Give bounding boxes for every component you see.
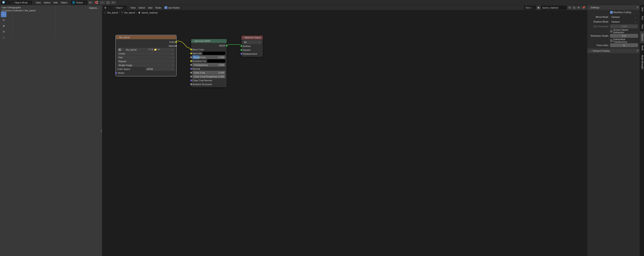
tab-item[interactable]: Item (640, 5, 644, 14)
socket-icon[interactable] (115, 72, 117, 74)
backface-culling-toggle[interactable]: Backface Culling (610, 11, 638, 14)
cube-icon: 🧊 (2, 1, 5, 4)
socket-out-color: Color (169, 41, 175, 43)
node-menu-select[interactable]: Select (137, 6, 146, 9)
blend-mode-dropdown[interactable]: Opaque (610, 15, 638, 19)
shader-type-dropdown[interactable]: ⬚Object (112, 6, 127, 10)
sss-toggle[interactable]: Subsurface Translucency (610, 38, 638, 43)
menu-object[interactable]: Object (59, 1, 69, 4)
menu-add[interactable]: Add (52, 1, 59, 4)
grip-icon[interactable]: ⠿ (637, 49, 638, 52)
scale-tool[interactable]: ⤢ (1, 35, 6, 40)
transparency-slider[interactable]: Transparency0.000 (192, 63, 226, 67)
socket-icon[interactable] (190, 60, 192, 62)
use-nodes-toggle[interactable]: Use Nodes (164, 6, 180, 9)
unlink-material[interactable]: ✕ (576, 6, 581, 10)
socket-icon[interactable] (190, 80, 192, 81)
tab-node[interactable]: Node (640, 43, 644, 53)
clearcoat-slider[interactable]: Clear Coat0.000 (192, 71, 226, 74)
fake-user-icon[interactable]: 🛡 (148, 48, 151, 51)
mode-dropdown[interactable]: ⬚Object Mode (10, 1, 32, 4)
refraction-depth-field[interactable]: 0 m (610, 34, 638, 38)
ssr-toggle[interactable]: Screen Space Refraction (610, 28, 638, 34)
tab-view[interactable]: View (640, 22, 644, 31)
socket-icon[interactable] (190, 49, 192, 50)
socket-icon[interactable] (226, 45, 228, 46)
proportional-dropdown[interactable]: ∿⌄ (111, 1, 116, 4)
tab-tool[interactable]: Tool (640, 14, 644, 22)
material-browse[interactable]: ◉ (536, 6, 541, 10)
orientation-dropdown[interactable]: 🌐Global (71, 1, 88, 4)
unlink-icon[interactable]: ✕ (158, 48, 160, 51)
tab-node-wrangler[interactable]: Node Wrangler (640, 53, 644, 72)
image-texture-node[interactable]: the_barrel Color Alpha 🖼 the_barrel🛡⎘📁✕ … (116, 35, 176, 76)
material-output-node[interactable]: Material Output All Surface Volume Displ… (241, 35, 263, 57)
node-editor-type[interactable]: ◍ (103, 6, 111, 10)
socket-icon[interactable] (190, 72, 192, 74)
output-target-dropdown[interactable]: All (243, 40, 262, 44)
socket-icon[interactable] (175, 45, 177, 47)
socket-surface: Surface (243, 45, 251, 47)
slot-dropdown[interactable]: Slot 1 (524, 6, 536, 10)
node-menu-add[interactable]: Add (147, 6, 154, 9)
pivot-dropdown[interactable]: ⊙⌄ (88, 1, 94, 4)
grip-icon[interactable]: ⠿ (637, 6, 638, 9)
tab-options[interactable]: Options (640, 31, 644, 43)
socket-icon[interactable] (190, 64, 192, 66)
cube-icon: ⬚ (104, 11, 106, 14)
roughness-slider[interactable]: Roughness0.200 (192, 55, 226, 59)
socket-icon[interactable] (240, 45, 242, 47)
select-box-tool[interactable]: ▭ (1, 11, 6, 17)
cursor-tool[interactable]: ✛ (1, 17, 6, 23)
viewport-display-panel-header[interactable]: › Viewport Display⠿ (587, 48, 640, 53)
fake-user-toggle[interactable]: 🛡 (567, 6, 572, 10)
clearcoat-roughness-slider[interactable]: Clear Coat Roughness0.000 (192, 75, 226, 78)
duplicate-icon[interactable]: ⎘ (152, 48, 153, 51)
color-space-dropdown[interactable]: sRGB (146, 67, 175, 71)
node-breadcrumb: ⬚the_barrel › ▽the_barrel › ◉barrel_mate… (104, 11, 158, 14)
image-name-field[interactable]: the_barrel🛡⎘📁✕ (124, 48, 175, 51)
snap-toggle[interactable]: 🧲 (94, 1, 99, 4)
editor-type-dropdown[interactable]: 🧊 (1, 1, 10, 4)
extension-dropdown[interactable]: Repeat (117, 59, 175, 63)
node-title-label: Material Output (244, 36, 261, 39)
specular-bsdf-node[interactable]: Specular BSDF BSDF Base Color Specular R… (191, 39, 227, 88)
socket-icon[interactable] (190, 53, 192, 54)
region-toggle-handle[interactable]: ◂ (100, 126, 102, 135)
socket-emissive: Emissive Col (192, 60, 206, 62)
settings-panel-header[interactable]: Settings⠿ (587, 5, 640, 10)
pin-toggle[interactable]: 📌 (581, 6, 586, 10)
menu-view[interactable]: View (34, 1, 42, 4)
open-icon[interactable]: 📁 (154, 48, 157, 51)
socket-icon[interactable] (190, 76, 192, 77)
node-menu-node[interactable]: Node (154, 6, 162, 9)
socket-icon[interactable] (240, 49, 242, 51)
new-material[interactable]: ⎘ (572, 6, 576, 10)
projection-dropdown[interactable]: Flat (117, 56, 175, 59)
socket-icon[interactable] (240, 53, 242, 55)
socket-icon[interactable] (175, 41, 177, 43)
snap-dropdown[interactable]: ⬚⌄ (100, 1, 105, 4)
move-tool[interactable]: ✥ (1, 23, 6, 29)
specular-color-field[interactable] (202, 51, 226, 55)
source-dropdown[interactable]: Single Image (117, 63, 175, 67)
3d-viewport[interactable]: User Orthographic (1) Scene Collection |… (0, 5, 102, 256)
node-editor[interactable]: ◍ ⬚Object View Select Add Node Use Nodes… (102, 5, 587, 256)
rotate-tool[interactable]: ⟲ (1, 29, 6, 34)
interpolation-dropdown[interactable]: Linear (117, 52, 175, 55)
socket-displacement: Displacement (243, 53, 257, 55)
blend-mode-label: Blend Mode (587, 16, 610, 18)
socket-icon[interactable] (190, 56, 192, 58)
material-name-field[interactable]: barrel_material (541, 6, 567, 10)
proportional-toggle[interactable]: ◯ (106, 1, 110, 4)
socket-icon[interactable] (190, 83, 192, 85)
shadow-mode-dropdown[interactable]: Opaque (610, 20, 638, 24)
cube-icon: ⬚ (113, 6, 115, 9)
viewport-options[interactable]: Options (88, 6, 101, 10)
socket-icon[interactable] (190, 68, 192, 70)
emissive-color-field[interactable] (207, 59, 226, 63)
image-browse-button[interactable]: 🖼 (117, 48, 124, 51)
menu-select[interactable]: Select (42, 1, 52, 4)
node-menu-view[interactable]: View (129, 6, 137, 9)
pass-index-field[interactable]: 0 (610, 43, 638, 47)
